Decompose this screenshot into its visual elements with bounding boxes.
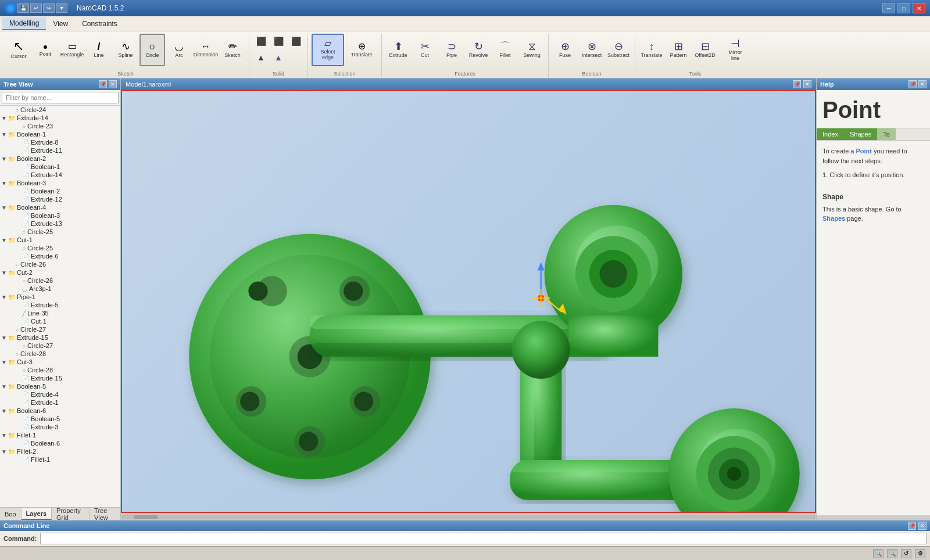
tree-item-circle24[interactable]: ○ Circle-24 — [0, 106, 120, 114]
tree-item-circle25b[interactable]: ○ Circle-25 — [0, 244, 120, 252]
scrollbar-track-h[interactable] — [122, 515, 815, 519]
quick-redo-btn[interactable]: ↪ — [43, 3, 55, 13]
solid-btn-1[interactable]: ⬛ — [253, 34, 269, 49]
tree-item-fillet2[interactable]: ▼ 📁 Fillet-2 — [0, 447, 120, 455]
tree-item-extrude11[interactable]: 📄 Extrude-11 — [0, 146, 120, 155]
tree-item-boolean2b[interactable]: 📄 Boolean-2 — [0, 187, 120, 195]
tree-item-circle26b[interactable]: ○ Circle-26 — [0, 277, 120, 285]
translate2-tool[interactable]: ↕ Translate — [639, 34, 664, 66]
help-tab-to[interactable]: To — [877, 128, 896, 140]
tree-item-extrude12[interactable]: 📄 Extrude-12 — [0, 195, 120, 203]
tree-item-cut2[interactable]: ▼ 📁 Cut-2 — [0, 268, 120, 277]
close-btn[interactable]: ✕ — [913, 3, 925, 13]
extrude-tool[interactable]: ⬆ Extrude — [385, 34, 411, 66]
spline-tool[interactable]: ∿ Spline — [113, 34, 138, 66]
menu-constraints[interactable]: Constraints — [75, 18, 124, 30]
solid-btn-3[interactable]: ⬛ — [288, 34, 304, 49]
pipe-tool[interactable]: ⊃ Pipe — [439, 34, 464, 66]
quick-settings-btn[interactable]: ▼ — [56, 3, 67, 13]
viewport-canvas[interactable] — [121, 90, 816, 513]
dimension-tool[interactable]: ↔ Dimension — [193, 34, 219, 66]
tree-item-cut3[interactable]: ▼ 📁 Cut-3 — [0, 358, 120, 366]
arc-tool[interactable]: ◡ Arc — [166, 34, 192, 66]
help-scrollbar-horizontal[interactable] — [817, 515, 930, 520]
status-btn-4[interactable]: ⚙ — [915, 549, 925, 558]
tree-item-boolean4[interactable]: ▼ 📁 Boolean-4 — [0, 203, 120, 211]
command-close[interactable]: ✕ — [918, 522, 927, 530]
sketch-tool[interactable]: ✏ Sketch — [220, 34, 245, 66]
command-pin[interactable]: 📌 — [908, 522, 916, 530]
tree-item-cut1[interactable]: ▼ 📁 Cut-1 — [0, 236, 120, 244]
point-tool[interactable]: ● Point — [33, 34, 58, 66]
pattern-tool[interactable]: ⊞ Pattern — [666, 34, 691, 66]
tree-item-cut1b[interactable]: 📄 Cut-1 — [0, 317, 120, 325]
help-panel-pin[interactable]: 📌 — [908, 80, 917, 88]
circle-tool[interactable]: ○ Circle — [140, 34, 165, 66]
tab-boo[interactable]: Boo — [0, 508, 22, 520]
tree-item-extrude14[interactable]: ▼ 📁 Extrude-14 — [0, 114, 120, 122]
tree-item-extrude13[interactable]: 📄 Extrude-13 — [0, 220, 120, 228]
tree-item-fillet1[interactable]: ▼ 📁 Fillet-1 — [0, 431, 120, 439]
viewport-scrollbar-horizontal[interactable] — [121, 513, 816, 520]
tab-tree-view[interactable]: Tree View — [90, 508, 120, 520]
tree-item-boolean6b[interactable]: 📄 Boolean-6 — [0, 439, 120, 447]
tree-item-circle28b[interactable]: ○ Circle-28 — [0, 366, 120, 374]
revolve-tool[interactable]: ↻ Revolve — [466, 34, 491, 66]
tree-item-extrude15b[interactable]: 📄 Extrude-15 — [0, 374, 120, 382]
tree-item-circle27[interactable]: ○ Circle-27 — [0, 325, 120, 333]
viewport-close[interactable]: ✕ — [803, 80, 811, 88]
minimize-btn[interactable]: ─ — [882, 3, 895, 13]
viewport-pin[interactable]: 📌 — [793, 80, 801, 88]
tree-item-boolean1b[interactable]: 📄 Boolean-1 — [0, 163, 120, 171]
tab-layers[interactable]: Layers — [22, 508, 52, 520]
tree-item-boolean1[interactable]: ▼ 📁 Boolean-1 — [0, 130, 120, 138]
tree-item-extrude5[interactable]: 📄 Extrude-5 — [0, 301, 120, 309]
quick-save-btn[interactable]: 💾 — [17, 3, 29, 13]
menu-view[interactable]: View — [46, 18, 75, 30]
solid-btn-4[interactable]: ▲ — [253, 50, 269, 65]
status-btn-3[interactable]: ↺ — [901, 549, 911, 558]
command-input[interactable] — [40, 533, 927, 544]
tree-item-boolean3[interactable]: ▼ 📁 Boolean-3 — [0, 179, 120, 187]
solid-btn-2[interactable]: ⬛ — [270, 34, 287, 49]
tree-item-extrude1[interactable]: 📄 Extrude-1 — [0, 399, 120, 407]
tree-panel-close[interactable]: ✕ — [109, 80, 117, 88]
solid-btn-5[interactable]: ▲ — [270, 50, 287, 65]
tree-item-circle27b[interactable]: ○ Circle-27 — [0, 342, 120, 350]
tree-item-boolean3b[interactable]: 📄 Boolean-3 — [0, 211, 120, 220]
line-tool[interactable]: / Line — [86, 34, 112, 66]
offset2d-tool[interactable]: ⊟ Offset2D — [692, 34, 718, 66]
tab-property-grid[interactable]: Property Grid — [52, 508, 90, 520]
tree-item-arc3p1[interactable]: ◡ Arc3p-1 — [0, 285, 120, 293]
tree-item-boolean2[interactable]: ▼ 📁 Boolean-2 — [0, 155, 120, 163]
tree-panel-pin[interactable]: 📌 — [99, 80, 107, 88]
tree-item-extrude6[interactable]: 📄 Extrude-6 — [0, 252, 120, 260]
substract-tool[interactable]: ⊖ Substract — [606, 34, 631, 66]
tree-search-input[interactable] — [2, 92, 119, 103]
tree-item-extrude4[interactable]: 📄 Extrude-4 — [0, 390, 120, 399]
cut-tool[interactable]: ✂ Cut — [412, 34, 438, 66]
tree-item-boolean6[interactable]: ▼ 📁 Boolean-6 — [0, 407, 120, 415]
tree-item-circle23[interactable]: ○ Circle-23 — [0, 122, 120, 130]
translate-tool[interactable]: ⊕ Translate — [345, 34, 378, 66]
tree-item-line35[interactable]: ╱ Line-35 — [0, 309, 120, 317]
tree-item-circle26[interactable]: ○ Circle-26 — [0, 260, 120, 268]
tree-item-pipe1[interactable]: ▼ 📁 Pipe-1 — [0, 293, 120, 301]
fillet-tool[interactable]: ⌒ Fillet — [492, 34, 518, 66]
tree-item-boolean5[interactable]: ▼ 📁 Boolean-5 — [0, 382, 120, 390]
rectangle-tool[interactable]: ▭ Rectangle — [59, 34, 85, 66]
menu-modelling[interactable]: Modelling — [2, 17, 46, 30]
tree-item-circle28[interactable]: ○ Circle-28 — [0, 350, 120, 358]
help-shapes-link[interactable]: Shapes — [822, 215, 845, 222]
scrollbar-thumb-h[interactable] — [134, 515, 158, 519]
help-tab-shapes[interactable]: Shapes — [844, 128, 877, 140]
cursor-tool[interactable]: ↖ Cursor — [6, 34, 31, 66]
mirror-line-tool[interactable]: ⊣ Mirrorline — [719, 34, 752, 66]
tree-item-boolean5b[interactable]: 📄 Boolean-5 — [0, 415, 120, 423]
tree-item-extrude8[interactable]: 📄 Extrude-8 — [0, 138, 120, 146]
quick-undo-btn[interactable]: ↩ — [30, 3, 42, 13]
select-edge-tool[interactable]: ▱ Selectedge — [312, 34, 344, 66]
help-panel-close[interactable]: ✕ — [918, 80, 927, 88]
sewing-tool[interactable]: ⧖ Sewing — [519, 34, 545, 66]
intersect-tool[interactable]: ⊗ Intersect — [579, 34, 604, 66]
